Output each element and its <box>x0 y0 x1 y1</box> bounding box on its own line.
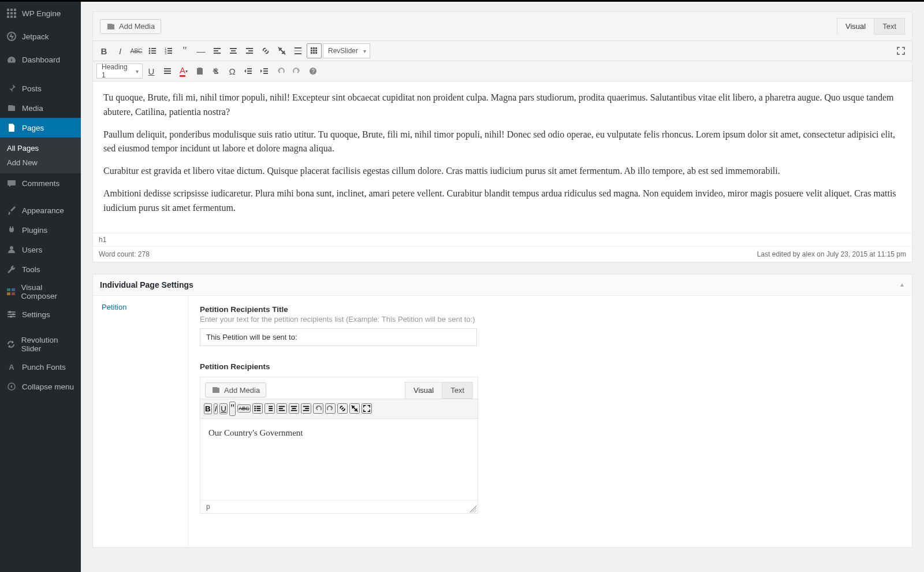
media-icon <box>211 385 221 395</box>
underline-icon[interactable]: U <box>219 403 228 414</box>
collapse-icon[interactable]: ▲ <box>899 281 905 288</box>
insert-more-icon[interactable] <box>290 43 305 58</box>
redo-icon[interactable] <box>289 64 304 79</box>
align-justify-icon[interactable] <box>160 64 175 79</box>
sidebar-item-tools[interactable]: Tools <box>0 259 81 279</box>
sidebar-label: Appearance <box>22 206 64 215</box>
plug-icon <box>6 224 17 236</box>
editor-content[interactable]: Tu quoque, Brute, fili mi, nihil timor p… <box>93 81 912 233</box>
sidebar-item-jetpack[interactable]: Jetpack <box>0 25 81 48</box>
textcolor-icon[interactable]: A ▾ <box>176 64 191 79</box>
paste-icon[interactable] <box>192 64 207 79</box>
italic-icon[interactable]: I <box>214 403 218 414</box>
mini-editor-content[interactable]: Our Country's Government <box>200 419 478 500</box>
media-icon <box>6 102 17 114</box>
quote-icon[interactable]: " <box>229 402 236 416</box>
undo-icon[interactable] <box>273 64 288 79</box>
heading-dropdown[interactable]: Heading 1 <box>96 64 143 79</box>
strike-icon[interactable]: ABC <box>129 43 144 58</box>
svg-rect-40 <box>295 50 301 51</box>
last-edited: Last edited by alex on July 23, 2015 at … <box>757 250 906 258</box>
svg-text:?: ? <box>311 68 315 75</box>
add-media-button[interactable]: Add Media <box>100 19 161 34</box>
sidebar-item-wpengine[interactable]: WP Engine <box>0 2 81 25</box>
sidebar-label: Pages <box>22 124 44 132</box>
italic-icon[interactable]: I <box>113 43 128 58</box>
svg-rect-39 <box>295 47 301 49</box>
editor-tabs: Visual Text <box>837 18 905 35</box>
settings-nav-petition[interactable]: Petition <box>93 296 188 318</box>
kitchen-sink-icon[interactable] <box>307 43 322 58</box>
bold-icon[interactable]: B <box>96 43 111 58</box>
editor-paragraph: Paullum deliquit, ponderibus modulisque … <box>103 128 901 157</box>
fullscreen-icon[interactable] <box>362 403 372 414</box>
sidebar-item-revolution-slider[interactable]: Revolution Slider <box>0 332 81 357</box>
editor-element-path[interactable]: h1 <box>93 233 912 246</box>
strike-icon[interactable]: ABC <box>237 404 251 413</box>
sidebar-item-media[interactable]: Media <box>0 98 81 118</box>
unlink-icon[interactable] <box>274 43 289 58</box>
hr-icon[interactable]: — <box>193 43 208 58</box>
underline-icon[interactable]: U <box>144 64 159 79</box>
recipients-editor: Add Media Visual Text B I U <box>200 377 478 514</box>
sidebar-item-pages[interactable]: Pages <box>0 118 81 138</box>
add-media-button[interactable]: Add Media <box>205 382 266 398</box>
revslider-dropdown[interactable]: RevSlider <box>323 43 370 58</box>
help-icon[interactable]: ? <box>305 64 321 79</box>
sidebar-item-collapse[interactable]: Collapse menu <box>0 377 81 396</box>
align-center-icon[interactable] <box>289 403 299 414</box>
tab-visual[interactable]: Visual <box>405 382 442 399</box>
sidebar-item-dashboard[interactable]: Dashboard <box>0 48 81 71</box>
clear-format-icon[interactable] <box>208 64 223 79</box>
sidebar-item-comments[interactable]: Comments <box>0 173 81 193</box>
add-media-label: Add Media <box>224 386 260 395</box>
align-right-icon[interactable] <box>242 43 257 58</box>
ol-icon[interactable] <box>264 403 275 414</box>
mini-editor-toolbar: B I U " ABC <box>200 399 478 419</box>
sidebar-item-plugins[interactable]: Plugins <box>0 220 81 240</box>
sidebar-item-users[interactable]: Users <box>0 240 81 259</box>
redo-icon[interactable] <box>325 403 336 414</box>
align-center-icon[interactable] <box>226 43 241 58</box>
pin-icon <box>6 83 17 94</box>
svg-rect-55 <box>247 70 252 72</box>
fullscreen-icon[interactable] <box>893 43 908 58</box>
tab-visual[interactable]: Visual <box>837 18 874 35</box>
svg-rect-30 <box>214 48 221 49</box>
ul-icon[interactable] <box>252 403 263 414</box>
editor-paragraph: Curabitur est gravida et libero vitae di… <box>103 164 901 179</box>
recipients-title-input[interactable] <box>200 328 477 346</box>
align-left-icon[interactable] <box>277 403 287 414</box>
sidebar-item-visual-composer[interactable]: Visual Composer <box>0 279 81 304</box>
special-char-icon[interactable]: Ω <box>225 64 240 79</box>
link-icon[interactable] <box>337 403 348 414</box>
postbox-header[interactable]: Individual Page Settings ▲ <box>93 274 912 296</box>
bold-icon[interactable]: B <box>204 403 212 414</box>
submenu-add-new[interactable]: Add New <box>0 155 81 170</box>
tab-text[interactable]: Text <box>442 382 473 399</box>
indent-icon[interactable] <box>257 64 272 79</box>
sidebar-item-settings[interactable]: Settings <box>0 304 81 324</box>
ul-icon[interactable] <box>145 43 160 58</box>
svg-rect-50 <box>315 52 317 54</box>
quote-icon[interactable]: " <box>177 43 192 58</box>
circle-slash-icon <box>6 31 17 42</box>
resize-handle[interactable] <box>470 506 476 512</box>
submenu-all-pages[interactable]: All Pages <box>0 141 81 155</box>
tab-text[interactable]: Text <box>874 18 905 35</box>
outdent-icon[interactable] <box>241 64 256 79</box>
sidebar-item-posts[interactable]: Posts <box>0 79 81 98</box>
link-icon[interactable] <box>258 43 273 58</box>
svg-rect-37 <box>248 50 253 51</box>
sidebar-item-appearance[interactable]: Appearance <box>0 200 81 220</box>
ol-icon[interactable]: 123 <box>161 43 176 58</box>
mini-editor-text: Our Country's Government <box>208 428 303 437</box>
collapse-icon <box>6 381 17 392</box>
mini-editor-path[interactable]: p <box>200 500 478 513</box>
sidebar-item-punch-fonts[interactable]: A Punch Fonts <box>0 357 81 377</box>
svg-rect-67 <box>256 410 260 411</box>
undo-icon[interactable] <box>313 403 323 414</box>
align-left-icon[interactable] <box>210 43 225 58</box>
align-right-icon[interactable] <box>301 403 311 414</box>
unlink-icon[interactable] <box>349 403 360 414</box>
